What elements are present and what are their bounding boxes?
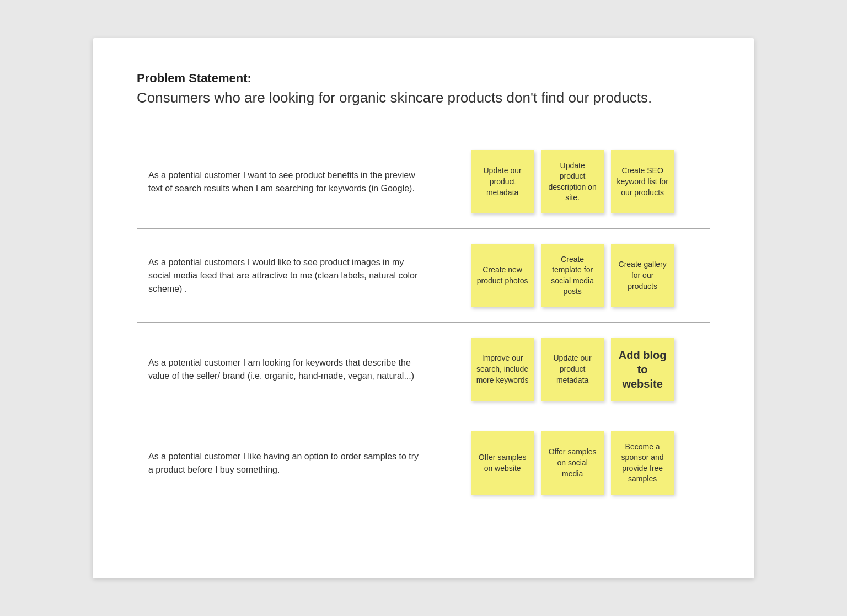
- sticky-note[interactable]: Become a sponsor and provide free sample…: [611, 431, 674, 495]
- sticky-notes-row: Create new product photosCreate template…: [446, 244, 699, 307]
- sticky-note[interactable]: Add blog to website: [611, 338, 674, 401]
- sticky-notes-row: Update our product metadataUpdate produc…: [446, 150, 699, 213]
- sticky-note[interactable]: Offer samples on website: [471, 431, 534, 495]
- table-row: As a potential customer I am looking for…: [137, 323, 710, 416]
- user-story-cell: As a potential customer I like having an…: [137, 416, 435, 510]
- main-table: As a potential customer I want to see pr…: [137, 135, 710, 510]
- problem-statement: Consumers who are looking for organic sk…: [137, 89, 710, 108]
- sticky-note[interactable]: Update product description on site.: [541, 150, 604, 213]
- sticky-notes-cell: Update our product metadataUpdate produc…: [435, 135, 710, 229]
- problem-label: Problem Statement:: [137, 71, 710, 85]
- sticky-note[interactable]: Create SEO keyword list for our products: [611, 150, 674, 213]
- sticky-notes-cell: Create new product photosCreate template…: [435, 229, 710, 323]
- sticky-note[interactable]: Create gallery for our products: [611, 244, 674, 307]
- sticky-notes-cell: Offer samples on websiteOffer samples on…: [435, 416, 710, 510]
- sticky-note[interactable]: Improve our search, include more keyword…: [471, 338, 534, 401]
- table-row: As a potential customer I want to see pr…: [137, 135, 710, 229]
- sticky-notes-cell: Improve our search, include more keyword…: [435, 323, 710, 416]
- table-row: As a potential customer I like having an…: [137, 416, 710, 510]
- user-story-cell: As a potential customer I want to see pr…: [137, 135, 435, 229]
- sticky-notes-row: Improve our search, include more keyword…: [446, 338, 699, 401]
- sticky-notes-row: Offer samples on websiteOffer samples on…: [446, 431, 699, 495]
- user-story-cell: As a potential customers I would like to…: [137, 229, 435, 323]
- sticky-note[interactable]: Create template for social media posts: [541, 244, 604, 307]
- user-story-cell: As a potential customer I am looking for…: [137, 323, 435, 416]
- sticky-note[interactable]: Update our product metadata: [541, 338, 604, 401]
- sticky-note[interactable]: Create new product photos: [471, 244, 534, 307]
- sticky-note[interactable]: Offer samples on social media: [541, 431, 604, 495]
- table-row: As a potential customers I would like to…: [137, 229, 710, 323]
- page-container: Problem Statement: Consumers who are loo…: [93, 38, 754, 578]
- sticky-note[interactable]: Update our product metadata: [471, 150, 534, 213]
